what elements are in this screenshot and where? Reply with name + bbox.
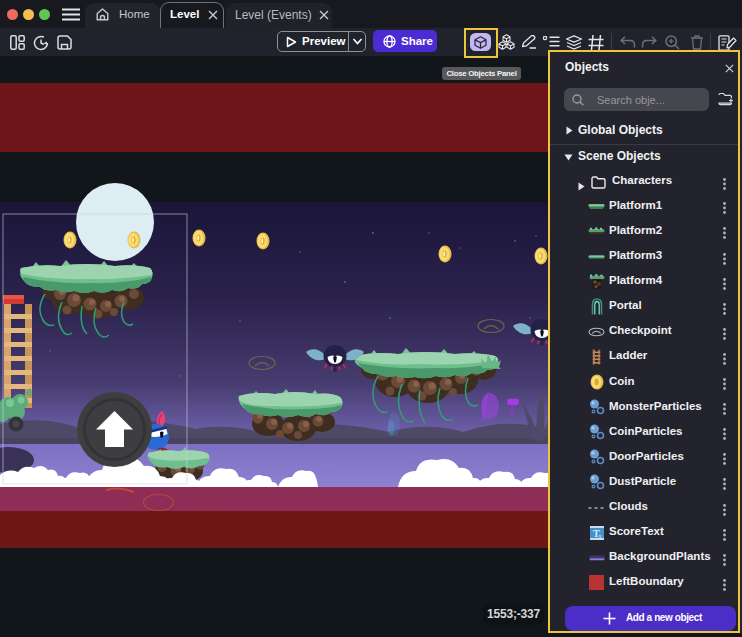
svg-text:x: x — [598, 533, 601, 539]
